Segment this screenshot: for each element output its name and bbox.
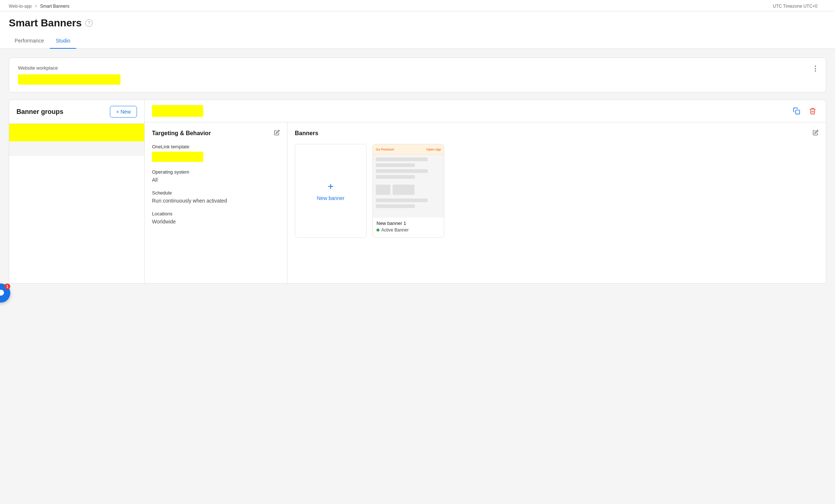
banners-title: Banners: [295, 130, 318, 137]
timezone-label: UTC Timezone UTC+0: [773, 4, 817, 9]
banner-groups-panel: Banner groups + New: [9, 100, 826, 284]
onelink-bar: [152, 152, 203, 162]
new-banner-label: New banner: [317, 195, 345, 201]
schedule-label: Schedule: [152, 190, 280, 196]
page-title: Smart Banners: [9, 17, 82, 29]
banner-mock-line-3: [376, 169, 428, 173]
os-value: All: [152, 177, 280, 183]
banner-mock-line-4: [376, 175, 415, 179]
tab-studio[interactable]: Studio: [50, 35, 76, 49]
tab-performance[interactable]: Performance: [9, 35, 50, 49]
banner-mock-label: Go Premium: [376, 148, 394, 151]
workplace-card: Website workplace ⋮: [9, 58, 826, 92]
banner-name: New banner 1: [376, 220, 440, 226]
workplace-bar: [18, 74, 120, 85]
targeting-edit-icon[interactable]: [274, 130, 280, 137]
banner-mock-line-6: [376, 204, 415, 208]
right-panel-header: [145, 100, 826, 122]
copy-button[interactable]: [791, 105, 802, 117]
banner-mock-line-1: [376, 158, 428, 161]
banner-mock-thumb-1: [376, 185, 390, 195]
banner-preview-card[interactable]: Go Premium Open App: [372, 144, 444, 238]
schedule-value: Run continuously when activated: [152, 198, 280, 204]
banner-mock-content: [373, 155, 444, 213]
banner-mock-thumbs: [376, 185, 441, 195]
breadcrumb-current: Smart Banners: [40, 4, 70, 9]
left-panel: Banner groups + New: [9, 100, 145, 283]
banner-mock-line-5: [376, 199, 428, 202]
banner-mock-top: Go Premium Open App: [373, 144, 444, 155]
status-label: Active Banner: [381, 227, 409, 233]
help-icon[interactable]: ?: [85, 19, 93, 27]
left-panel-header: Banner groups + New: [9, 100, 144, 124]
content-area: Targeting & Behavior OneLink template: [145, 122, 826, 283]
new-banner-card[interactable]: + New banner: [295, 144, 367, 238]
banner-footer: New banner 1 Active Banner: [373, 218, 444, 236]
right-panel: Targeting & Behavior OneLink template: [145, 100, 826, 283]
header-actions: [791, 105, 819, 117]
os-label: Operating system: [152, 169, 280, 175]
banner-mock-btn: Open App: [426, 148, 441, 151]
banners-grid: + New banner Go Premium Open App: [295, 144, 819, 238]
targeting-section: Targeting & Behavior OneLink template: [145, 122, 287, 283]
banner-mock-line-2: [376, 163, 415, 167]
svg-rect-0: [796, 110, 800, 114]
new-banner-plus-icon: +: [328, 181, 334, 192]
delete-button[interactable]: [807, 105, 819, 117]
status-dot: [376, 229, 379, 231]
banners-edit-icon[interactable]: [813, 130, 819, 137]
onelink-label: OneLink template: [152, 144, 280, 149]
banner-status: Active Banner: [376, 227, 440, 233]
locations-value: Worldwide: [152, 219, 280, 225]
banners-section: Banners: [287, 122, 826, 283]
banner-groups-title: Banner groups: [16, 108, 63, 116]
breadcrumb-parent[interactable]: Web-to-app: [9, 4, 31, 9]
targeting-header: Targeting & Behavior: [152, 130, 280, 137]
breadcrumb-separator: >: [34, 4, 37, 9]
new-group-button[interactable]: + New: [110, 106, 137, 118]
banner-preview-image: Go Premium Open App: [373, 144, 444, 218]
workplace-label: Website workplace: [18, 65, 817, 71]
breadcrumb: Web-to-app > Smart Banners: [9, 0, 826, 11]
banner-mock-thumb-2: [393, 185, 415, 195]
group-item-empty: [9, 141, 144, 156]
locations-label: Locations: [152, 211, 280, 216]
chat-button[interactable]: 1: [0, 284, 10, 303]
banners-header: Banners: [295, 130, 819, 137]
chat-badge: 1: [4, 284, 10, 289]
targeting-title: Targeting & Behavior: [152, 130, 211, 137]
group-item-selected[interactable]: [9, 124, 144, 141]
group-name-bar: [152, 105, 203, 117]
tab-bar: Performance Studio: [9, 35, 826, 48]
workplace-menu-icon[interactable]: ⋮: [812, 65, 819, 72]
